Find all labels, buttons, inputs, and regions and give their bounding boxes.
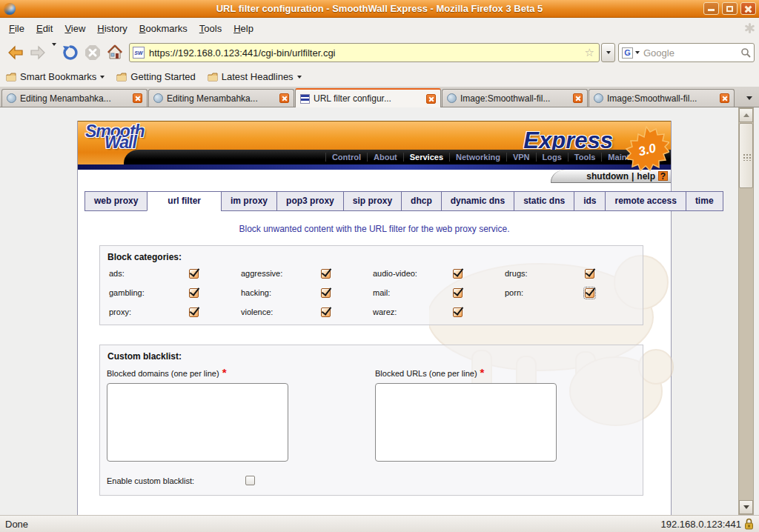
menu-item[interactable]: Help [228, 19, 259, 38]
category-row: violence: [241, 307, 373, 317]
search-engine-dropdown[interactable] [635, 51, 640, 54]
url-bar[interactable]: SW ☆ [129, 43, 600, 62]
category-checkbox[interactable] [453, 288, 463, 298]
back-history-dropdown[interactable] [49, 46, 59, 59]
blue-divider [78, 164, 671, 170]
url-history-dropdown[interactable] [601, 43, 615, 62]
nav-link[interactable]: VPN [506, 153, 536, 162]
help-icon[interactable]: ? [658, 171, 668, 181]
minimize-button[interactable] [703, 2, 719, 15]
browser-tab[interactable]: Editing Menambahka... [1, 89, 148, 107]
category-checkbox[interactable] [453, 269, 463, 279]
window-titlebar[interactable]: URL filter configuration - SmoothWall Ex… [0, 0, 759, 18]
tab-label: Image:Smoothwall-fil... [607, 93, 716, 104]
category-row: audio-video: [373, 268, 505, 279]
forward-button[interactable] [27, 41, 49, 64]
category-checkbox[interactable] [189, 307, 199, 317]
category-checkbox[interactable] [189, 269, 199, 279]
bookmark-item[interactable]: Getting Started [116, 71, 195, 82]
service-tab[interactable]: web proxy [84, 191, 148, 211]
category-checkbox[interactable] [321, 269, 331, 279]
menu-item[interactable]: File [3, 19, 30, 38]
minimize-icon [708, 9, 715, 11]
category-checkbox[interactable] [321, 307, 331, 317]
grip-icon [743, 153, 751, 161]
arrow-up-icon [743, 113, 749, 117]
tab-close-icon[interactable] [279, 93, 289, 103]
shutdown-link[interactable]: shutdown [586, 171, 629, 182]
nav-link[interactable]: Control [325, 153, 367, 162]
tab-favicon [447, 93, 457, 103]
scrollbar-thumb[interactable] [739, 123, 753, 188]
service-tab[interactable]: ids [574, 191, 606, 211]
service-tab[interactable]: dhcp [401, 191, 442, 211]
bookmark-star-icon[interactable]: ☆ [585, 46, 594, 59]
menu-item[interactable]: Edit [30, 19, 59, 38]
tab-close-icon[interactable] [720, 93, 729, 103]
nav-link[interactable]: Networking [449, 153, 506, 162]
category-label: proxy: [109, 307, 189, 316]
menu-item[interactable]: Tools [193, 19, 228, 38]
forward-icon [29, 44, 47, 61]
browser-tab[interactable]: Image:Smoothwall-fil... [589, 89, 735, 107]
category-label: gambling: [109, 288, 189, 297]
service-tab[interactable]: sip proxy [343, 191, 402, 211]
help-link[interactable]: help [637, 171, 655, 182]
menu-item[interactable]: View [59, 19, 91, 38]
service-tab[interactable]: remote access [605, 191, 686, 211]
category-checkbox[interactable] [321, 288, 331, 298]
smoothwall-page: Smooth Wall Express 3.0 Control About Se… [77, 121, 672, 515]
smoothwall-navbar: Control About Services Networking VPN Lo… [124, 150, 671, 164]
blocked-urls-textarea[interactable] [375, 383, 557, 462]
close-button[interactable] [740, 2, 756, 15]
bookmark-item[interactable]: Smart Bookmarks [6, 71, 105, 82]
browser-tab[interactable]: URL filter configur... [295, 88, 441, 107]
menu-item[interactable]: History [91, 19, 133, 38]
section-title: Custom blacklist: [107, 351, 643, 362]
search-icon[interactable] [740, 47, 751, 58]
tab-close-icon[interactable] [573, 93, 583, 103]
menu-item[interactable]: Bookmarks [133, 19, 193, 38]
category-checkbox[interactable] [585, 269, 594, 279]
nav-link[interactable]: About [367, 153, 403, 162]
service-tab[interactable]: pop3 proxy [276, 191, 344, 211]
service-tab[interactable]: static dns [514, 191, 574, 211]
category-checkbox[interactable] [585, 288, 594, 298]
vertical-scrollbar[interactable] [738, 107, 754, 515]
service-tabs: web proxy url filter im proxy pop3 proxy… [85, 191, 671, 211]
home-button[interactable] [104, 41, 126, 64]
tab-close-icon[interactable] [133, 93, 142, 103]
category-checkbox[interactable] [189, 288, 199, 298]
blocked-urls-label: Blocked URLs (one per line) [375, 369, 477, 378]
category-checkbox[interactable] [453, 307, 463, 317]
blocked-domains-textarea[interactable] [107, 383, 288, 462]
service-tab[interactable]: time [686, 191, 723, 211]
browser-tab[interactable]: Image:Smoothwall-fil... [442, 89, 588, 107]
maximize-button[interactable] [722, 2, 738, 15]
search-input[interactable] [643, 47, 740, 59]
all-tabs-dropdown[interactable] [740, 89, 759, 107]
required-marker: * [480, 366, 485, 379]
browser-tab[interactable]: Editing Menambahka... [148, 89, 294, 107]
url-input[interactable] [149, 47, 585, 59]
reload-button[interactable] [59, 41, 82, 64]
nav-link[interactable]: Logs [536, 153, 568, 162]
enable-blacklist-checkbox[interactable] [245, 476, 255, 485]
tab-close-icon[interactable] [426, 94, 436, 104]
stop-button[interactable] [82, 41, 104, 64]
service-tab[interactable]: im proxy [221, 191, 277, 211]
nav-link[interactable]: Services [403, 153, 449, 162]
lock-icon[interactable] [744, 518, 754, 530]
back-button[interactable] [4, 41, 27, 64]
service-tab[interactable]: url filter [147, 191, 222, 211]
bookmark-item[interactable]: Latest Headlines [208, 71, 302, 82]
tab-favicon [7, 93, 16, 103]
nav-link[interactable]: Tools [568, 153, 602, 162]
bookmark-label: Smart Bookmarks [20, 71, 96, 82]
service-tab[interactable]: dynamic dns [441, 191, 514, 211]
category-row: warez: [373, 307, 505, 317]
bookmark-icon [6, 73, 16, 82]
search-box[interactable]: G [618, 43, 755, 62]
scroll-up-button[interactable] [739, 108, 753, 122]
scroll-down-button[interactable] [739, 500, 753, 514]
